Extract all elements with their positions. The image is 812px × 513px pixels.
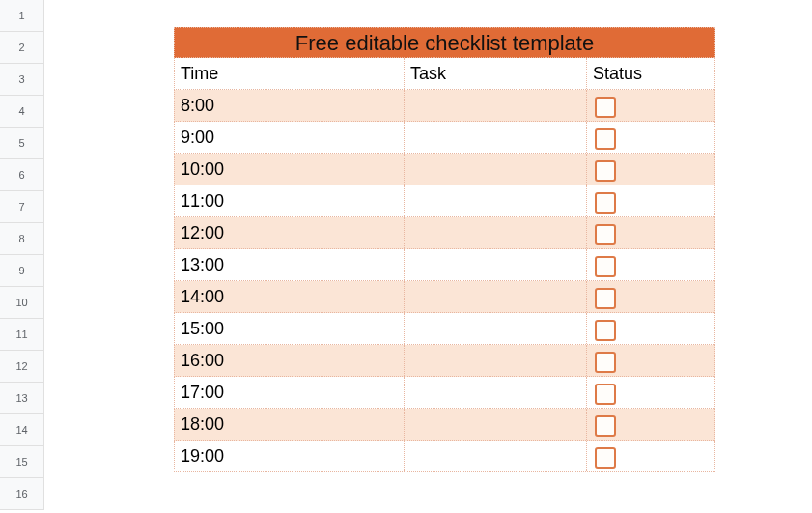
table-row: 10:00	[174, 154, 715, 185]
status-checkbox[interactable]	[595, 256, 616, 277]
cell-task[interactable]	[405, 154, 587, 185]
status-checkbox[interactable]	[595, 352, 616, 373]
table-header-row: Time Task Status	[174, 58, 715, 90]
row-header[interactable]: 10	[0, 287, 44, 319]
cell-status	[587, 217, 714, 248]
cell-time[interactable]: 19:00	[175, 441, 405, 471]
table-row: 13:00	[174, 249, 715, 281]
cell-time[interactable]: 14:00	[175, 281, 405, 312]
status-checkbox[interactable]	[595, 447, 616, 469]
cell-time[interactable]: 18:00	[175, 409, 405, 440]
row-header[interactable]: 3	[0, 64, 44, 96]
cell-task[interactable]	[405, 441, 587, 471]
status-checkbox[interactable]	[595, 224, 616, 245]
cell-status	[587, 185, 714, 216]
cell-time[interactable]: 11:00	[175, 185, 405, 216]
cell-status	[587, 281, 714, 312]
cell-status	[587, 122, 714, 153]
row-header[interactable]: 12	[0, 351, 44, 383]
table-title[interactable]: Free editable checklist template	[174, 27, 715, 58]
cell-time[interactable]: 15:00	[175, 313, 405, 344]
table-row: 17:00	[174, 377, 715, 409]
table-row: 12:00	[174, 217, 715, 249]
cell-status	[587, 377, 714, 408]
status-checkbox[interactable]	[595, 192, 616, 214]
cell-status	[587, 345, 714, 376]
status-checkbox[interactable]	[595, 320, 616, 341]
cell-status	[587, 249, 714, 280]
cell-task[interactable]	[405, 90, 587, 121]
cell-status	[587, 154, 714, 185]
cell-task[interactable]	[405, 377, 587, 408]
table-row: 16:00	[174, 345, 715, 377]
cell-task[interactable]	[405, 249, 587, 280]
row-header-gutter: 1 2 3 4 5 6 7 8 9 10 11 12 13 14 15 16	[0, 0, 44, 510]
cell-task[interactable]	[405, 345, 587, 376]
row-header[interactable]: 13	[0, 383, 44, 414]
cell-status	[587, 313, 714, 344]
cell-task[interactable]	[405, 217, 587, 248]
row-header[interactable]: 2	[0, 32, 44, 64]
cell-time[interactable]: 13:00	[175, 249, 405, 280]
table-row: 8:00	[174, 90, 715, 122]
cell-time[interactable]: 12:00	[175, 217, 405, 248]
row-header[interactable]: 15	[0, 446, 44, 478]
status-checkbox[interactable]	[595, 415, 616, 437]
table-row: 9:00	[174, 122, 715, 154]
table-row: 18:00	[174, 409, 715, 441]
status-checkbox[interactable]	[595, 128, 616, 150]
cell-time[interactable]: 8:00	[175, 90, 405, 121]
status-checkbox[interactable]	[595, 288, 616, 309]
table-row: 15:00	[174, 313, 715, 345]
row-header[interactable]: 1	[0, 0, 44, 32]
cell-task[interactable]	[405, 185, 587, 216]
status-checkbox[interactable]	[595, 97, 616, 118]
table-row: 19:00	[174, 441, 715, 472]
col-header-time[interactable]: Time	[175, 58, 405, 89]
cell-status	[587, 441, 714, 471]
row-header[interactable]: 16	[0, 478, 44, 510]
status-checkbox[interactable]	[595, 160, 616, 182]
row-header[interactable]: 7	[0, 191, 44, 223]
row-header[interactable]: 11	[0, 319, 44, 351]
cell-task[interactable]	[405, 409, 587, 440]
cell-task[interactable]	[405, 281, 587, 312]
col-header-task[interactable]: Task	[405, 58, 587, 89]
col-header-status[interactable]: Status	[587, 58, 714, 89]
cell-time[interactable]: 17:00	[175, 377, 405, 408]
row-header[interactable]: 9	[0, 255, 44, 287]
cell-time[interactable]: 9:00	[175, 122, 405, 153]
row-header[interactable]: 14	[0, 414, 44, 446]
row-header[interactable]: 5	[0, 128, 44, 159]
row-header[interactable]: 8	[0, 223, 44, 255]
cell-status	[587, 90, 714, 121]
cell-task[interactable]	[405, 313, 587, 344]
table-row: 14:00	[174, 281, 715, 313]
row-header[interactable]: 6	[0, 159, 44, 191]
checklist-table: Free editable checklist template Time Ta…	[174, 27, 715, 472]
cell-task[interactable]	[405, 122, 587, 153]
cell-status	[587, 409, 714, 440]
table-row: 11:00	[174, 185, 715, 217]
row-header[interactable]: 4	[0, 96, 44, 128]
cell-time[interactable]: 10:00	[175, 154, 405, 185]
cell-time[interactable]: 16:00	[175, 345, 405, 376]
status-checkbox[interactable]	[595, 384, 616, 405]
